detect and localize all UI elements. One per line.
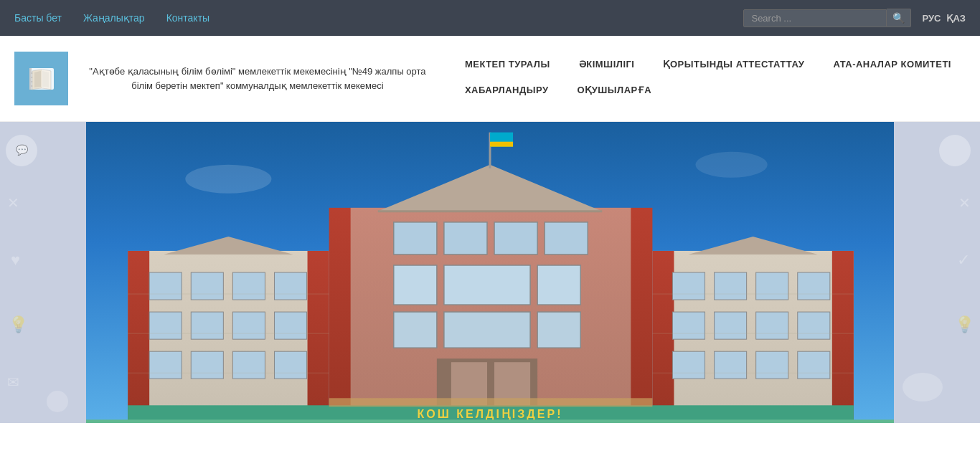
top-nav-links: Басты бет Жаңалықтар Контакты [14, 12, 209, 24]
svg-rect-25 [652, 251, 674, 423]
search-input[interactable] [743, 9, 887, 27]
svg-rect-56 [274, 312, 306, 339]
nav-contacts[interactable]: Контакты [166, 12, 209, 24]
nav-attestation[interactable]: ҚОРЫТЫНДЫ АТТЕСТАТТАУ [649, 53, 819, 75]
svg-rect-50 [191, 272, 223, 300]
svg-rect-52 [274, 272, 306, 300]
svg-rect-66 [715, 312, 747, 339]
lang-ru[interactable]: РУС [922, 13, 941, 24]
svg-rect-23 [308, 251, 329, 423]
nav-parents[interactable]: АТА-АНАЛАР КОМИТЕТІ [819, 53, 966, 75]
svg-rect-53 [149, 312, 182, 339]
svg-rect-36 [394, 222, 437, 254]
left-decoration: 💬 ✕ ♥ 💡 ✉ [0, 122, 86, 423]
svg-rect-44 [444, 312, 530, 348]
svg-rect-76 [329, 398, 653, 406]
svg-rect-67 [756, 312, 788, 339]
svg-text:✕: ✕ [7, 195, 19, 211]
svg-point-20 [696, 152, 768, 178]
svg-rect-59 [232, 351, 265, 379]
nav-students[interactable]: ОҚУШЫЛАРҒА [563, 79, 666, 101]
svg-rect-45 [537, 312, 580, 348]
svg-rect-57 [149, 351, 182, 379]
svg-rect-41 [444, 265, 530, 305]
top-nav-right: 🔍 РУС ҚАЗ [743, 9, 966, 27]
svg-point-17 [903, 373, 943, 401]
nav-admin[interactable]: ӘКІМШІЛІГІ [565, 53, 649, 75]
svg-rect-60 [274, 351, 306, 379]
svg-rect-65 [672, 312, 705, 339]
svg-rect-75 [85, 419, 895, 423]
svg-rect-40 [394, 265, 437, 305]
svg-text:💡: 💡 [9, 315, 29, 334]
hero-section: 💬 ✕ ♥ 💡 ✉ ✕ ✓ 💡 [0, 122, 980, 423]
right-decoration: ✕ ✓ 💡 [894, 122, 980, 423]
main-navigation: МЕКТЕП ТУРАЛЫ ӘКІМШІЛІГІ ҚОРЫТЫНДЫ АТТЕС… [436, 53, 966, 105]
svg-rect-39 [545, 222, 588, 254]
svg-text:✓: ✓ [957, 251, 970, 269]
svg-rect-71 [756, 351, 788, 379]
svg-rect-72 [798, 351, 830, 379]
svg-rect-63 [756, 272, 788, 300]
svg-text:💬: 💬 [16, 144, 29, 156]
nav-news[interactable]: Жаңалықтар [83, 12, 145, 24]
svg-rect-42 [537, 265, 580, 305]
left-deco-svg: 💬 ✕ ♥ 💡 ✉ [0, 122, 86, 423]
nav-about[interactable]: МЕКТЕП ТУРАЛЫ [451, 53, 565, 75]
top-navigation: Басты бет Жаңалықтар Контакты 🔍 РУС ҚАЗ [0, 0, 980, 36]
svg-rect-55 [232, 312, 265, 339]
nav-home[interactable]: Басты бет [14, 12, 62, 24]
search-form: 🔍 [743, 9, 911, 27]
svg-point-19 [185, 165, 271, 194]
logo-area: "Ақтөбе қаласының білім бөлімі" мемлекет… [14, 52, 436, 105]
logo-icon [14, 52, 68, 105]
svg-text:КОШ КЕЛДІҢІЗДЕР!: КОШ КЕЛДІҢІЗДЕР! [417, 407, 562, 420]
svg-rect-37 [444, 222, 487, 254]
svg-rect-43 [394, 312, 437, 348]
svg-text:✕: ✕ [958, 195, 971, 211]
svg-rect-54 [191, 312, 223, 339]
site-header: "Ақтөбе қаласының білім бөлімі" мемлекет… [0, 36, 980, 122]
book-icon [24, 61, 60, 97]
building-svg: КОШ КЕЛДІҢІЗДЕР! [85, 122, 895, 423]
svg-rect-49 [149, 272, 182, 300]
svg-rect-1 [29, 68, 32, 90]
svg-rect-38 [494, 222, 537, 254]
svg-rect-58 [191, 351, 223, 379]
search-button[interactable]: 🔍 [887, 9, 911, 27]
svg-text:💡: 💡 [955, 315, 975, 334]
nav-announcements[interactable]: ХАБАРЛАНДЫРУ [451, 79, 563, 101]
svg-point-12 [47, 391, 68, 412]
svg-rect-35 [490, 142, 513, 147]
svg-rect-62 [715, 272, 747, 300]
svg-point-13 [939, 135, 971, 166]
svg-rect-69 [672, 351, 705, 379]
svg-rect-26 [832, 251, 854, 423]
school-photo: КОШ КЕЛДІҢІЗДЕР! [85, 122, 895, 423]
lang-kz[interactable]: ҚАЗ [946, 13, 966, 24]
svg-rect-70 [715, 351, 747, 379]
language-switcher: РУС ҚАЗ [922, 13, 966, 24]
svg-rect-51 [232, 272, 265, 300]
svg-text:♥: ♥ [11, 251, 20, 269]
svg-rect-61 [672, 272, 705, 300]
svg-text:✉: ✉ [7, 374, 19, 390]
nav-row-1: МЕКТЕП ТУРАЛЫ ӘКІМШІЛІГІ ҚОРЫТЫНДЫ АТТЕС… [451, 53, 966, 75]
svg-rect-68 [798, 312, 830, 339]
svg-rect-64 [798, 272, 830, 300]
right-deco-svg: ✕ ✓ 💡 [894, 122, 980, 423]
logo-text: "Ақтөбе қаласының білім бөлімі" мемлекет… [79, 65, 436, 92]
svg-rect-22 [128, 251, 149, 423]
nav-row-2: ХАБАРЛАНДЫРУ ОҚУШЫЛАРҒА [451, 79, 966, 101]
